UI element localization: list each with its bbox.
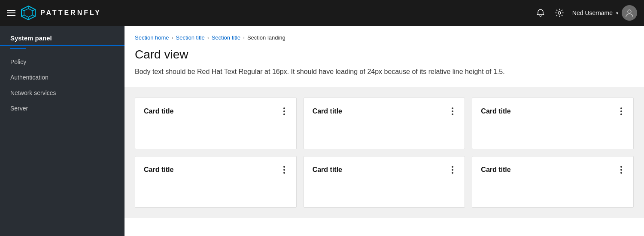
card-4-title: Card title — [144, 166, 173, 174]
sidebar-nav: Policy Authentication Network services S… — [0, 49, 125, 121]
breadcrumb-separator-1: › — [172, 35, 173, 41]
sidebar-link-policy[interactable]: Policy — [0, 54, 125, 70]
card-grid: Card title Card title — [135, 98, 634, 208]
card-6-kebab-button[interactable] — [618, 165, 625, 175]
kebab-dot — [452, 110, 453, 112]
card-6-title: Card title — [481, 166, 510, 174]
notifications-button[interactable] — [535, 7, 547, 19]
kebab-dot — [283, 110, 285, 112]
kebab-dot — [620, 113, 622, 115]
sidebar-item-authentication[interactable]: Authentication — [0, 70, 125, 85]
top-navbar: PATTERNFLY Ned Username ▾ — [0, 0, 644, 26]
patternfly-logo-icon — [21, 5, 36, 21]
card-5-header: Card title — [313, 165, 456, 175]
kebab-dot — [283, 113, 285, 115]
sidebar-link-authentication[interactable]: Authentication — [0, 70, 125, 85]
card-2-kebab-button[interactable] — [449, 107, 456, 116]
username-label: Ned Username — [572, 9, 613, 16]
breadcrumb-link-section-title-2[interactable]: Section title — [212, 34, 240, 41]
sidebar-item-policy[interactable]: Policy — [0, 54, 125, 70]
brand-name: PATTERNFLY — [40, 9, 101, 17]
main-layout: System panel Policy Authentication Netwo… — [0, 26, 644, 236]
card-3-kebab-button[interactable] — [618, 107, 625, 116]
page-title: Card view — [135, 48, 634, 61]
kebab-dot — [283, 169, 285, 171]
card-1: Card title — [135, 98, 297, 149]
page-description: Body text should be Red Hat Text Regular… — [135, 67, 634, 77]
breadcrumb-link-section-title-1[interactable]: Section title — [176, 34, 205, 41]
kebab-dot — [283, 107, 285, 109]
card-3-title: Card title — [481, 107, 510, 115]
breadcrumb-separator-2: › — [207, 35, 209, 41]
sidebar-title: System panel — [0, 26, 125, 46]
card-1-kebab-button[interactable] — [281, 107, 288, 116]
hamburger-menu[interactable] — [7, 10, 15, 16]
user-dropdown-arrow: ▾ — [616, 11, 618, 15]
kebab-dot — [620, 110, 622, 112]
card-4: Card title — [135, 156, 297, 208]
settings-button[interactable] — [553, 7, 565, 19]
brand-logo: PATTERNFLY — [21, 5, 101, 21]
navbar-actions: Ned Username ▾ — [535, 5, 637, 21]
svg-marker-1 — [24, 9, 33, 17]
card-5: Card title — [304, 156, 465, 208]
kebab-dot — [452, 172, 453, 174]
gear-icon — [555, 9, 564, 17]
card-3: Card title — [472, 98, 634, 149]
card-2: Card title — [304, 98, 465, 149]
svg-point-8 — [558, 12, 561, 14]
card-5-title: Card title — [313, 166, 342, 174]
card-4-header: Card title — [144, 165, 288, 175]
sidebar-title-container: System panel — [0, 26, 125, 49]
card-2-header: Card title — [313, 107, 456, 116]
svg-point-9 — [628, 10, 631, 13]
sidebar-link-network-services[interactable]: Network services — [0, 85, 125, 101]
kebab-dot — [452, 107, 453, 109]
card-1-title: Card title — [144, 107, 173, 115]
main-content: Section home › Section title › Section t… — [125, 26, 644, 236]
avatar — [622, 5, 637, 21]
kebab-dot — [620, 166, 622, 168]
breadcrumb-link-section-home[interactable]: Section home — [135, 34, 169, 41]
kebab-dot — [283, 166, 285, 168]
bell-icon — [536, 9, 545, 17]
kebab-dot — [452, 169, 453, 171]
breadcrumb: Section home › Section title › Section t… — [135, 34, 634, 41]
kebab-dot — [620, 107, 622, 109]
card-2-title: Card title — [313, 107, 342, 115]
kebab-dot — [620, 169, 622, 171]
avatar-icon — [625, 8, 634, 18]
card-6-header: Card title — [481, 165, 625, 175]
breadcrumb-current: Section landing — [247, 34, 286, 41]
card-6: Card title — [472, 156, 634, 208]
kebab-dot — [452, 166, 453, 168]
kebab-dot — [283, 172, 285, 174]
sidebar-item-network-services[interactable]: Network services — [0, 85, 125, 101]
card-1-header: Card title — [144, 107, 288, 116]
card-5-kebab-button[interactable] — [449, 165, 456, 175]
sidebar: System panel Policy Authentication Netwo… — [0, 26, 125, 236]
card-4-kebab-button[interactable] — [281, 165, 288, 175]
user-menu[interactable]: Ned Username ▾ — [572, 5, 637, 21]
kebab-dot — [452, 113, 453, 115]
card-3-header: Card title — [481, 107, 625, 116]
kebab-dot — [620, 172, 622, 174]
card-grid-section: Card title Card title — [125, 87, 644, 218]
sidebar-link-server[interactable]: Server — [0, 101, 125, 116]
breadcrumb-separator-3: › — [243, 35, 245, 41]
sidebar-item-server[interactable]: Server — [0, 101, 125, 116]
